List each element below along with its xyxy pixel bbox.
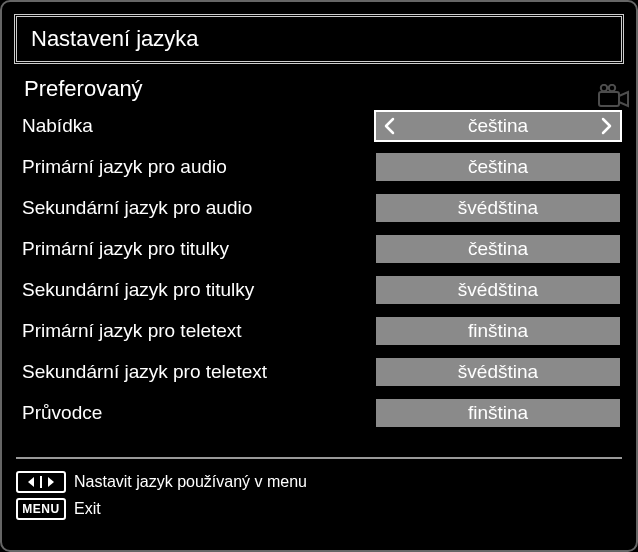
menu-button-icon: MENU — [16, 498, 66, 520]
setting-value: čeština — [468, 156, 528, 178]
setting-row[interactable]: Sekundární jazyk pro audiošvédština — [18, 194, 620, 222]
settings-rows: NabídkačeštinaPrimární jazyk pro audioče… — [14, 112, 624, 427]
svg-point-1 — [601, 85, 607, 91]
svg-point-2 — [609, 85, 615, 91]
left-right-icon — [16, 471, 66, 493]
setting-label: Sekundární jazyk pro teletext — [18, 361, 376, 383]
setting-value: finština — [468, 320, 528, 342]
chevron-right-icon[interactable] — [596, 112, 618, 140]
hint-row-nav: Nastavit jazyk používaný v menu — [16, 471, 622, 493]
setting-label: Nabídka — [18, 115, 376, 137]
setting-row[interactable]: Průvodcefinština — [18, 399, 620, 427]
setting-label: Primární jazyk pro titulky — [18, 238, 376, 260]
setting-row[interactable]: Sekundární jazyk pro titulkyšvédština — [18, 276, 620, 304]
hint-nav-text: Nastavit jazyk používaný v menu — [74, 473, 307, 491]
value-selector[interactable]: čeština — [376, 112, 620, 140]
section-heading: Preferovaný — [14, 72, 624, 112]
title-box: Nastavení jazyka — [14, 14, 624, 64]
value-selector[interactable]: švédština — [376, 358, 620, 386]
setting-label: Sekundární jazyk pro titulky — [18, 279, 376, 301]
value-selector[interactable]: finština — [376, 317, 620, 345]
setting-label: Sekundární jazyk pro audio — [18, 197, 376, 219]
hint-row-menu: MENU Exit — [16, 498, 622, 520]
value-selector[interactable]: čeština — [376, 153, 620, 181]
hints: Nastavit jazyk používaný v menu MENU Exi… — [14, 467, 624, 520]
setting-value: švédština — [458, 197, 538, 219]
value-selector[interactable]: čeština — [376, 235, 620, 263]
page-title: Nastavení jazyka — [31, 26, 607, 52]
value-selector[interactable]: finština — [376, 399, 620, 427]
setting-value: čeština — [468, 115, 528, 137]
setting-row[interactable]: Sekundární jazyk pro teletextšvédština — [18, 358, 620, 386]
chevron-left-icon[interactable] — [378, 112, 400, 140]
setting-value: finština — [468, 402, 528, 424]
divider — [16, 457, 622, 459]
svg-rect-0 — [599, 92, 619, 106]
setting-value: čeština — [468, 238, 528, 260]
settings-screen: Nastavení jazyka Preferovaný Nabídkačešt… — [0, 0, 638, 552]
setting-label: Primární jazyk pro audio — [18, 156, 376, 178]
setting-row[interactable]: Primární jazyk pro titulkyčeština — [18, 235, 620, 263]
value-selector[interactable]: švédština — [376, 194, 620, 222]
setting-row[interactable]: Primární jazyk pro audiočeština — [18, 153, 620, 181]
setting-value: švédština — [458, 361, 538, 383]
setting-row[interactable]: Primární jazyk pro teletextfinština — [18, 317, 620, 345]
setting-label: Průvodce — [18, 402, 376, 424]
setting-row[interactable]: Nabídkačeština — [18, 112, 620, 140]
camera-icon — [598, 84, 632, 112]
setting-label: Primární jazyk pro teletext — [18, 320, 376, 342]
setting-value: švédština — [458, 279, 538, 301]
hint-menu-text: Exit — [74, 500, 101, 518]
value-selector[interactable]: švédština — [376, 276, 620, 304]
